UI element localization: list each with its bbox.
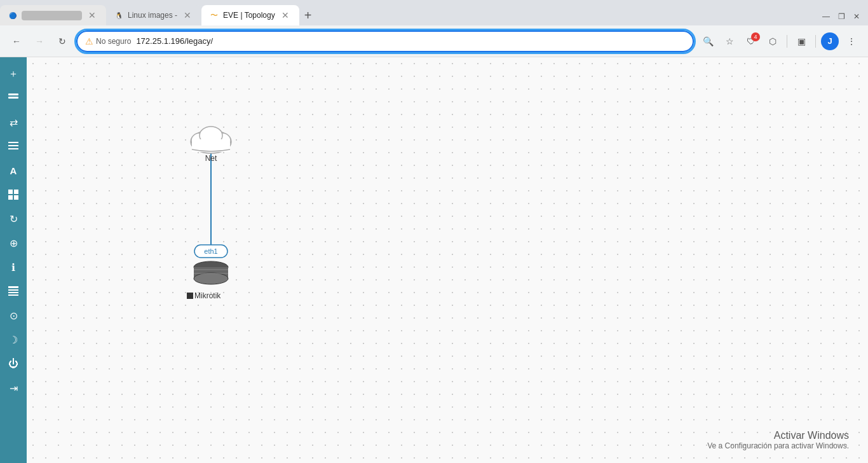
tab-3[interactable]: 〜 EVE | Topology ✕ xyxy=(201,5,299,25)
topology-svg: eth1 xyxy=(27,57,868,463)
tab-2[interactable]: 🐧 Linux images - ✕ xyxy=(106,5,201,25)
tab-3-label: EVE | Topology xyxy=(223,11,275,20)
cloud-group xyxy=(191,127,231,153)
sidebar-item-night[interactable]: ☽ xyxy=(2,328,25,351)
grid-icon xyxy=(8,189,19,200)
router-group xyxy=(194,261,228,284)
url-text: 172.25.1.196/legacy/ xyxy=(136,36,685,46)
svg-rect-9 xyxy=(8,286,18,288)
forward-button[interactable]: → xyxy=(31,32,48,50)
toolbar-right: 🔍 ☆ 🛡 4 ⬡ ▣ J ⋮ xyxy=(699,32,860,50)
connect-icon xyxy=(7,92,20,104)
back-button[interactable]: ← xyxy=(8,32,25,50)
tab-1-favicon: 🔵 xyxy=(8,10,18,20)
eve-sidebar: ＋ ⇄ A xyxy=(0,57,27,463)
svg-rect-10 xyxy=(8,289,18,291)
svg-rect-6 xyxy=(14,190,18,194)
sidebar-item-table[interactable] xyxy=(2,280,25,303)
close-button[interactable]: ✕ xyxy=(850,10,863,23)
tab-2-label: Linux images - xyxy=(128,11,177,20)
extension2-button[interactable]: ⬡ xyxy=(764,32,782,50)
tab-3-favicon: 〜 xyxy=(209,10,219,20)
security-label: No seguro xyxy=(96,37,131,46)
toolbar-divider2 xyxy=(815,35,816,48)
tab-1-label xyxy=(22,11,82,20)
sidebar-item-list[interactable] xyxy=(2,135,25,158)
svg-text:eth1: eth1 xyxy=(204,247,217,255)
tab-1[interactable]: 🔵 ✕ xyxy=(0,5,106,25)
svg-rect-4 xyxy=(8,148,18,149)
sidebar-item-refresh[interactable]: ↻ xyxy=(2,207,25,230)
svg-rect-5 xyxy=(8,190,13,194)
sidebar-item-check[interactable]: ⊙ xyxy=(2,304,25,327)
extension1-button[interactable]: 🛡 4 xyxy=(742,32,760,50)
topology-canvas[interactable]: eth1 Net Mikrotik Ac xyxy=(27,57,868,463)
toolbar-divider xyxy=(787,35,787,48)
svg-rect-3 xyxy=(8,145,18,146)
extension-badge: 4 xyxy=(751,32,760,41)
svg-rect-0 xyxy=(8,93,18,95)
url-input[interactable]: ⚠ No seguro 172.25.1.196/legacy/ xyxy=(76,31,694,52)
svg-rect-11 xyxy=(8,292,18,293)
mikrotik-label: Mikrotik xyxy=(187,291,236,300)
profile-button[interactable]: J xyxy=(821,32,839,50)
sidebar-item-power[interactable]: ⏻ xyxy=(2,352,25,375)
net-label: Net xyxy=(191,154,231,163)
mikrotik-square-icon xyxy=(187,293,193,299)
minimize-button[interactable]: — xyxy=(820,10,832,23)
address-bar: ← → ↻ ⚠ No seguro 172.25.1.196/legacy/ 🔍… xyxy=(0,25,868,57)
svg-rect-12 xyxy=(8,294,18,296)
svg-rect-1 xyxy=(8,97,18,99)
window-controls: — ❐ ✕ xyxy=(820,10,868,25)
tab-3-close[interactable]: ✕ xyxy=(279,9,292,22)
sidebar-item-swap[interactable]: ⇄ xyxy=(2,111,25,134)
tab-1-close[interactable]: ✕ xyxy=(86,9,98,22)
sidebar-item-add[interactable]: ＋ xyxy=(2,62,25,85)
warning-icon: ⚠ xyxy=(85,36,93,46)
new-tab-button[interactable]: + xyxy=(299,5,317,25)
mikrotik-name: Mikrotik xyxy=(194,291,220,300)
bookmark-button[interactable]: ☆ xyxy=(721,32,738,50)
page-content: ＋ ⇄ A xyxy=(0,57,868,463)
sidebar-item-text[interactable]: A xyxy=(2,159,25,182)
svg-rect-2 xyxy=(8,142,18,143)
reload-button[interactable]: ↻ xyxy=(53,32,71,50)
more-button[interactable]: ⋮ xyxy=(843,32,860,50)
svg-point-23 xyxy=(194,273,228,284)
security-indicator: ⚠ No seguro xyxy=(85,36,131,46)
svg-rect-8 xyxy=(14,195,18,200)
maximize-button[interactable]: ❐ xyxy=(835,10,848,23)
tab-2-close[interactable]: ✕ xyxy=(181,9,194,22)
sidebar-item-connect[interactable] xyxy=(2,86,25,109)
sidebar-item-grid[interactable] xyxy=(2,183,25,206)
sidebar-item-export[interactable]: ⇥ xyxy=(2,377,25,399)
browser-window: 🔵 ✕ 🐧 Linux images - ✕ 〜 EVE | Topology … xyxy=(0,0,868,463)
sidebar-item-info[interactable]: ℹ xyxy=(2,256,25,279)
svg-rect-7 xyxy=(8,195,13,200)
tab-bar: 🔵 ✕ 🐧 Linux images - ✕ 〜 EVE | Topology … xyxy=(0,0,868,25)
table-icon xyxy=(8,286,19,297)
list-icon xyxy=(8,141,19,152)
zoom-button[interactable]: 🔍 xyxy=(699,32,717,50)
sidebar-item-zoom[interactable]: ⊕ xyxy=(2,232,25,254)
tab-2-favicon: 🐧 xyxy=(114,10,124,20)
sidebar-toggle-button[interactable]: ▣ xyxy=(792,32,810,50)
